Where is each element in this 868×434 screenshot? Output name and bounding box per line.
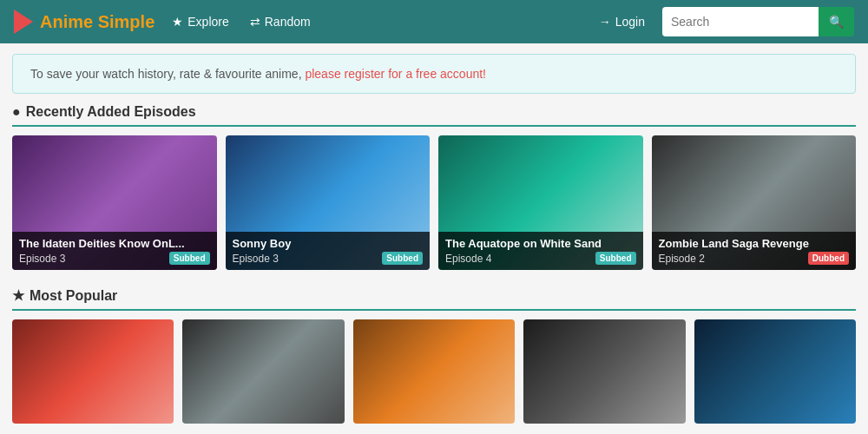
popular-thumbnail [523, 319, 685, 424]
alert-banner: To save your watch history, rate & favou… [12, 54, 856, 94]
card-ep-row: Episode 3 Subbed [233, 252, 424, 265]
card-info: The Aquatope on White Sand Episode 4 Sub… [438, 232, 643, 270]
card-title: The Aquatope on White Sand [445, 237, 636, 250]
card-ep-row: Episode 3 Subbed [19, 252, 210, 265]
recently-added-card[interactable]: The Aquatope on White Sand Episode 4 Sub… [438, 135, 643, 270]
popular-card[interactable] [12, 319, 174, 424]
card-ep-row: Episode 2 Dubbed [659, 252, 850, 265]
recently-added-card[interactable]: Zombie Land Saga Revenge Episode 2 Dubbe… [652, 135, 857, 270]
login-icon: → [599, 15, 611, 29]
star-icon: ★ [172, 15, 183, 29]
card-info: Zombie Land Saga Revenge Episode 2 Dubbe… [652, 232, 857, 270]
login-label: Login [615, 15, 645, 29]
random-label: Random [265, 15, 311, 29]
card-badge: Subbed [382, 252, 423, 265]
card-badge: Subbed [169, 252, 210, 265]
most-popular-section: ★ Most Popular [12, 287, 856, 424]
nav-login[interactable]: → Login [595, 15, 648, 29]
recently-added-grid: The Idaten Deities Know OnL... Episode 3… [12, 135, 856, 270]
card-ep-row: Episode 4 Subbed [445, 252, 636, 265]
brand-name: Anime Simple [40, 12, 155, 32]
search-wrapper: 🔍 [662, 7, 854, 36]
recently-added-title: Recently Added Episodes [26, 104, 196, 120]
navbar: Anime Simple ★ Explore ⇄ Random → Login … [0, 0, 868, 43]
recently-added-card[interactable]: The Idaten Deities Know OnL... Episode 3… [12, 135, 217, 270]
card-episode: Episode 3 [19, 253, 65, 265]
most-popular-title: Most Popular [30, 288, 117, 304]
card-episode: Episode 4 [445, 253, 491, 265]
card-title: Zombie Land Saga Revenge [659, 237, 850, 250]
explore-label: Explore [187, 15, 228, 29]
popular-thumbnail [353, 319, 515, 424]
recently-added-section: ● Recently Added Episodes The Idaten Dei… [12, 104, 856, 270]
card-info: Sonny Boy Episode 3 Subbed [226, 232, 431, 270]
nav-explore[interactable]: ★ Explore [168, 15, 232, 29]
alert-text: To save your watch history, rate & favou… [30, 67, 305, 81]
popular-card[interactable] [353, 319, 515, 424]
card-info: The Idaten Deities Know OnL... Episode 3… [12, 232, 217, 270]
card-badge: Subbed [595, 252, 636, 265]
most-popular-header: ★ Most Popular [12, 287, 856, 311]
brand-logo[interactable]: Anime Simple [14, 10, 155, 34]
bullet-icon: ● [12, 104, 21, 120]
register-link[interactable]: please register for a free account! [305, 67, 486, 81]
star-icon-2: ★ [12, 287, 24, 304]
popular-card[interactable] [182, 319, 344, 424]
card-title: Sonny Boy [233, 237, 424, 250]
search-icon: 🔍 [829, 15, 844, 29]
nav-random[interactable]: ⇄ Random [247, 15, 314, 29]
recently-added-card[interactable]: Sonny Boy Episode 3 Subbed [226, 135, 431, 270]
search-button[interactable]: 🔍 [819, 7, 854, 36]
popular-card[interactable] [523, 319, 685, 424]
popular-thumbnail [182, 319, 344, 424]
card-episode: Episode 2 [659, 253, 705, 265]
card-badge: Dubbed [808, 252, 849, 265]
recently-added-header: ● Recently Added Episodes [12, 104, 856, 127]
random-icon: ⇄ [250, 15, 260, 29]
card-episode: Episode 3 [233, 253, 279, 265]
brand-icon [14, 10, 33, 34]
popular-thumbnail [12, 319, 174, 424]
search-input[interactable] [662, 7, 819, 36]
card-title: The Idaten Deities Know OnL... [19, 237, 210, 250]
most-popular-grid [12, 319, 856, 424]
popular-thumbnail [694, 319, 856, 424]
popular-card[interactable] [694, 319, 856, 424]
